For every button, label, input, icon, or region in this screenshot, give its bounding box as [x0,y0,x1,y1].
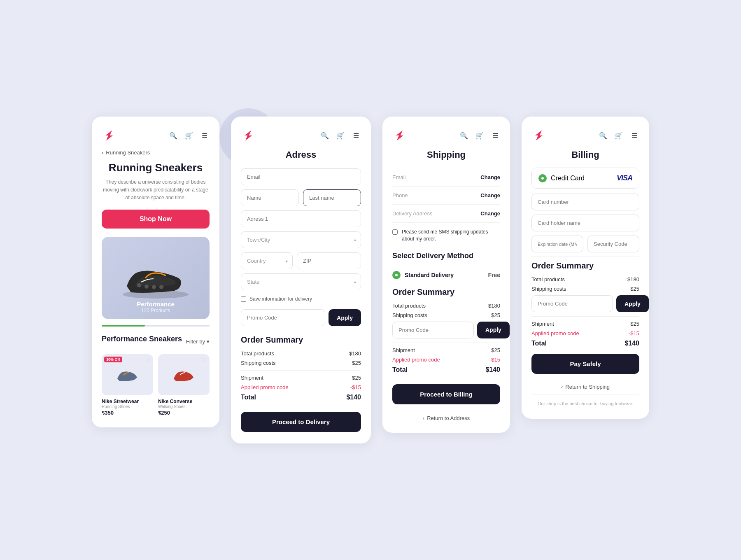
search-icon[interactable]: 🔍 [459,131,469,140]
name-field[interactable] [241,189,299,206]
return-to-shipping-button[interactable]: ‹ Return to Shipping [561,384,610,390]
summary-value: $25 [352,375,361,381]
card-holder-field[interactable] [531,215,639,231]
zip-field[interactable] [297,252,361,269]
sms-checkbox[interactable] [392,229,398,235]
product-label: Performance 120 Products [102,301,210,313]
phone-field-label: Phone [392,192,408,198]
cart-icon[interactable]: 🛒 [336,131,345,140]
summary-total-products-4: Total products $180 [531,276,639,282]
summary-label: Shipping costs [241,360,276,366]
search-icon[interactable]: 🔍 [168,131,178,140]
email-field[interactable] [241,168,361,185]
header-icons-panel1: 🔍 🛒 ☰ [168,131,210,140]
summary-label: Total products [392,303,426,309]
back-nav[interactable]: ‹ Running Sneakers [102,149,210,156]
cart-icon[interactable]: 🛒 [614,131,624,140]
proceed-to-delivery-button[interactable]: Proceed to Delivery [241,412,361,432]
svg-marker-9 [396,130,403,140]
list-item: ♡ Nike Converse Walking Shoes $250 [158,354,210,416]
card-number-field[interactable] [531,194,639,210]
chevron-down-icon: ▾ [207,338,210,345]
state-select[interactable]: State [241,273,361,290]
state-wrapper: State ▾ [241,273,361,290]
credit-card-option[interactable]: Credit Card VISA [531,168,639,189]
summary-label: Total products [241,350,274,357]
apply-button[interactable]: Apply [329,309,361,326]
apply-button-4[interactable]: Apply [616,295,649,312]
menu-icon[interactable]: ☰ [490,131,500,140]
summary-value: $180 [627,276,639,282]
address-change-button[interactable]: Change [480,210,500,217]
delivery-option-row: Standard Delivery Free [392,266,500,284]
summary-shipment-2: Shipment $25 [241,375,361,381]
panel1-header: 🔍 🛒 ☰ [102,128,210,143]
billing-title: Billing [531,149,639,160]
summary-value: $180 [349,350,361,357]
summary-label: Shipping costs [531,286,566,292]
product-image: Performance 120 Products [102,237,210,319]
expiration-field[interactable] [531,236,583,252]
panel4-header: 🔍 🛒 ☰ [531,128,639,143]
product-title: Running Sneakers [102,161,210,174]
promo-input[interactable] [241,309,325,326]
summary-value: $180 [488,303,500,309]
product-panel: 🔍 🛒 ☰ ‹ Running Sneakers Running Sneaker… [92,117,219,427]
back-arrow: ‹ [102,149,103,156]
phone-change-button[interactable]: Change [480,192,500,198]
search-icon[interactable]: 🔍 [320,131,330,140]
search-icon[interactable]: 🔍 [598,131,608,140]
product-card-sub-2: Walking Shoes [158,404,210,409]
logo-panel3 [392,128,407,143]
promo-input-3[interactable] [392,322,474,338]
cart-icon[interactable]: 🛒 [184,131,194,140]
billing-panel: 🔍 🛒 ☰ Billing Credit Card VISA 🔒 Order S… [522,117,649,419]
header-icons-panel2: 🔍 🛒 ☰ [320,131,361,140]
divider [392,343,500,343]
chevron-left-icon: ‹ [561,384,563,390]
product-desc: They describe a universe consisting of b… [102,178,210,202]
delivery-option-left: Standard Delivery [392,271,454,279]
filter-button[interactable]: Filter by ▾ [186,338,210,345]
menu-icon[interactable]: ☰ [629,131,639,140]
security-code-field[interactable] [587,236,639,252]
summary-value: $25 [352,360,361,366]
promo-row: Apply [241,309,361,326]
summary-label: Applied promo code [241,384,289,390]
standard-delivery-radio[interactable] [392,271,401,279]
filter-row: Performance Sneakers Filter by ▾ [102,335,210,348]
cart-icon[interactable]: 🛒 [475,131,485,140]
shipping-panel: 🔍 🛒 ☰ Shipping Email Change Phone Change… [382,117,510,433]
product-card-price-2: $250 [158,410,210,416]
pay-safely-button[interactable]: Pay Safely [531,354,639,374]
menu-icon[interactable]: ☰ [200,131,210,140]
credit-card-radio[interactable] [538,174,547,182]
proceed-to-billing-button[interactable]: Proceed to Billing [392,384,500,404]
menu-icon[interactable]: ☰ [351,131,361,140]
last-name-field[interactable] [303,189,361,206]
promo-input-4[interactable] [531,295,613,312]
apply-button-3[interactable]: Apply [477,322,510,338]
email-change-button[interactable]: Change [480,174,500,180]
heart-icon-2[interactable]: ♡ [202,357,207,363]
summary-label: Shipment [241,375,263,381]
return-to-address-button[interactable]: ‹ Return to Address [423,415,470,421]
shop-now-button[interactable]: Shop Now [102,210,210,229]
heart-icon-1[interactable]: ♡ [145,357,151,363]
country-select[interactable]: Country [241,252,293,269]
product-thumb-1: 30% Off ♡ [102,354,153,395]
divider [241,370,361,371]
summary-label: Total [531,340,547,347]
town-select[interactable]: Town/City [241,231,361,248]
return-label: Return to Address [427,415,470,421]
summary-promo-4: Applied promo code -$15 [531,330,639,336]
logo-panel4 [531,128,546,143]
logo-panel1 [102,128,117,143]
summary-total-3: Total $140 [392,366,500,373]
address-panel: 🔍 🛒 ☰ Adress Town/City ▾ Country ▾ [231,117,371,443]
summary-label: Applied promo code [392,357,440,363]
address1-field[interactable] [241,210,361,227]
save-info-checkbox[interactable] [241,296,246,302]
section-title: Performance Sneakers [102,335,182,343]
summary-label: Shipment [531,321,554,327]
